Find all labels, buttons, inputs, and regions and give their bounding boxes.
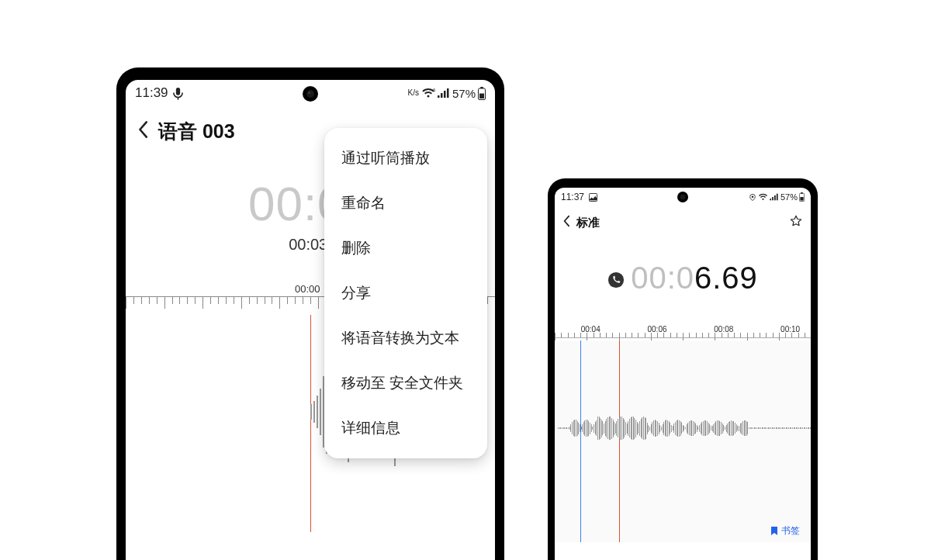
phone-right-frame: 11:37 57%: [548, 178, 818, 560]
svg-rect-6: [444, 91, 446, 98]
menu-item-rename[interactable]: 重命名: [324, 181, 487, 226]
waveform: [555, 417, 811, 440]
time-ruler[interactable]: 00:0400:0600:0800:10: [555, 317, 811, 340]
call-record-icon: [607, 271, 625, 289]
bookmark-marker[interactable]: [580, 340, 581, 542]
recording-time-row: 00:06.69: [555, 261, 811, 296]
signal-icon: [770, 193, 779, 201]
svg-rect-17: [774, 195, 776, 200]
svg-text:6: 6: [433, 88, 435, 92]
network-speed-icon: K/s: [408, 89, 419, 97]
bookmark-icon: [770, 527, 778, 536]
time-elapsed-gray: 00:0: [631, 261, 694, 295]
back-icon[interactable]: [137, 120, 149, 143]
menu-item-delete[interactable]: 删除: [324, 226, 487, 271]
phone-left-frame: 11:39 K/s 6 57%: [116, 67, 504, 560]
waveform-area[interactable]: 书签: [555, 340, 811, 542]
battery-icon: [478, 87, 486, 100]
svg-rect-7: [447, 88, 449, 98]
battery-percent: 57%: [452, 87, 476, 100]
svg-point-1: [306, 90, 314, 98]
menu-item-details[interactable]: 详细信息: [324, 406, 487, 451]
page-title: 语音 003: [158, 119, 235, 144]
svg-point-12: [680, 195, 686, 200]
signal-icon: [438, 88, 450, 99]
ruler-time-label: 00:00: [295, 283, 320, 295]
page-header: 标准: [555, 206, 811, 239]
svg-rect-16: [772, 197, 774, 200]
time-elapsed-black: 6.69: [694, 261, 758, 295]
location-icon: [749, 193, 756, 202]
svg-rect-5: [441, 93, 443, 98]
playhead-line: [619, 340, 620, 542]
menu-item-move-secure[interactable]: 移动至 安全文件夹: [324, 361, 487, 406]
svg-rect-21: [800, 197, 803, 201]
menu-item-stt[interactable]: 将语音转换为文本: [324, 316, 487, 361]
overflow-menu: 通过听筒播放 重命名 删除 分享 将语音转换为文本 移动至 安全文件夹 详细信息: [324, 128, 487, 458]
favorite-star-icon[interactable]: [789, 214, 803, 232]
camera-hole-icon: [677, 192, 688, 202]
battery-icon: [799, 192, 805, 202]
svg-rect-15: [770, 199, 771, 200]
svg-rect-10: [479, 93, 484, 99]
svg-rect-18: [777, 194, 778, 201]
bookmark-label: 书签: [781, 524, 800, 538]
svg-point-2: [308, 92, 310, 94]
menu-item-earpiece[interactable]: 通过听筒播放: [324, 136, 487, 181]
svg-point-14: [752, 195, 754, 198]
ruler-time-label: 00:04: [581, 325, 600, 334]
wifi-icon: 6: [421, 88, 435, 99]
menu-item-share[interactable]: 分享: [324, 271, 487, 316]
picture-icon: [589, 193, 597, 202]
wifi-icon: [758, 193, 768, 201]
ruler-time-label: 00:10: [780, 325, 800, 334]
camera-hole-icon: [303, 86, 318, 102]
bookmark-button[interactable]: 书签: [770, 524, 800, 538]
mic-icon: [173, 87, 183, 100]
status-time: 11:37: [561, 192, 584, 202]
svg-point-22: [608, 272, 624, 288]
status-time: 11:39: [135, 85, 168, 101]
page-title: 标准: [576, 216, 600, 230]
phone-left-screen: 11:39 K/s 6 57%: [126, 80, 495, 560]
battery-percent: 57%: [780, 192, 798, 202]
svg-rect-4: [438, 95, 440, 98]
phone-right-screen: 11:37 57%: [555, 188, 811, 560]
ruler-time-label: 00:08: [714, 325, 733, 334]
back-icon[interactable]: [562, 215, 570, 231]
